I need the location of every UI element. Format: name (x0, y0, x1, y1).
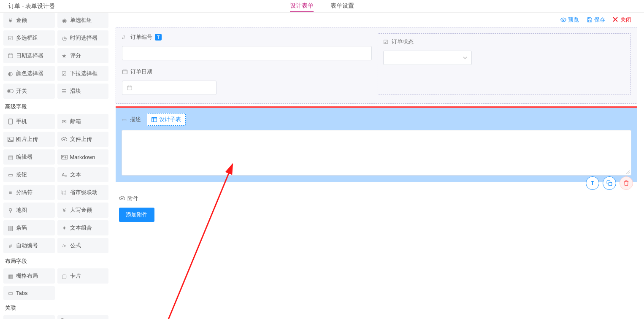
field-text[interactable]: Aₐ文本 (57, 167, 109, 182)
radio-icon: ◉ (61, 17, 68, 24)
star-icon: ★ (61, 53, 68, 59)
desc-textarea[interactable] (122, 130, 631, 176)
svg-rect-12 (609, 182, 612, 186)
svg-rect-9 (123, 70, 127, 74)
tab-form-settings[interactable]: 表单设置 (330, 0, 354, 12)
svg-point-8 (563, 19, 564, 21)
toolbar: 预览 保存 关闭 (112, 13, 644, 27)
action-delete-button[interactable] (620, 176, 633, 190)
svg-point-5 (9, 138, 10, 139)
action-t-button[interactable]: T (586, 176, 599, 190)
tabs-icon: ▭ (7, 290, 14, 296)
tab-design-form[interactable]: 设计表单 (290, 0, 314, 12)
field-image-upload[interactable]: 图片上传 (3, 132, 55, 147)
field-color-picker[interactable]: ◐颜色选择器 (3, 66, 55, 81)
field-slider[interactable]: ☰滑块 (57, 84, 109, 99)
col-right[interactable]: ☑ 订单状态 (378, 33, 631, 95)
yen-icon: ¥ (61, 207, 68, 214)
field-button[interactable]: ▭按钮 (3, 167, 55, 182)
group-relation-title: 关联 (3, 300, 108, 315)
order-no-input[interactable] (122, 46, 372, 60)
upload-icon (119, 196, 125, 202)
svg-rect-0 (8, 54, 13, 58)
barcode-icon: |||| (7, 225, 14, 231)
textgroup-icon: ✦ (61, 225, 68, 231)
field-map[interactable]: ⚲地图 (3, 203, 55, 218)
selected-field-block[interactable]: ▭ 描述 设计子表 T (116, 108, 637, 182)
order-status-select[interactable] (383, 51, 472, 65)
preview-button[interactable]: 预览 (560, 16, 579, 24)
add-attachment-button[interactable]: 添加附件 (119, 208, 154, 222)
markdown-icon (61, 154, 68, 160)
field-checkbox-group[interactable]: ☑多选框组 (3, 30, 55, 46)
svg-rect-3 (8, 119, 12, 124)
dropdown-icon: ☑ (61, 70, 68, 77)
field-select[interactable]: ☑下拉选择框 (57, 66, 109, 81)
hash-icon: # (122, 34, 128, 40)
svg-point-2 (8, 90, 11, 92)
page-title: 订单 - 表单设计器 (8, 3, 55, 10)
field-formula[interactable]: fx公式 (57, 238, 109, 253)
field-divider[interactable]: ≡分隔符 (3, 185, 55, 200)
field-link-record[interactable]: ⿻关联记录 (3, 315, 55, 319)
basic-fields: ¥金额 ◉单选框组 ☑多选框组 ◷时间选择器 日期选择器 ★评分 ◐颜色选择器 … (3, 13, 108, 99)
field-text-group[interactable]: ✦文本组合 (57, 220, 109, 235)
svg-rect-10 (127, 86, 132, 90)
app-header: 订单 - 表单设计器 设计表单 表单设置 (0, 0, 644, 13)
field-switch[interactable]: 开关 (3, 84, 55, 99)
field-time-picker[interactable]: ◷时间选择器 (57, 30, 109, 46)
field-amount-cn[interactable]: ¥大写金额 (57, 203, 109, 218)
field-actions: T (586, 176, 633, 190)
fx-icon: fx (61, 243, 68, 249)
order-date-input[interactable] (122, 81, 216, 95)
t-badge-icon: T (155, 34, 162, 41)
save-button[interactable]: 保存 (587, 16, 605, 24)
hash-icon: # (7, 243, 14, 249)
close-icon (613, 17, 619, 23)
save-icon (587, 17, 593, 23)
attachment-section: 附件 添加附件 (116, 182, 637, 222)
design-subtable-button[interactable]: 设计子表 (147, 113, 186, 126)
field-barcode[interactable]: ||||条码 (3, 220, 55, 235)
field-cascader[interactable]: ⿻省市级联动 (57, 185, 109, 200)
desc-label: ▭ 描述 (122, 116, 141, 123)
card-icon: ▢ (61, 273, 68, 279)
field-email[interactable]: ✉邮箱 (57, 114, 109, 129)
attachment-label: 附件 (119, 195, 634, 203)
mail-icon: ✉ (61, 119, 68, 125)
phone-icon (7, 119, 14, 125)
sidebar: ¥金额 ◉单选框组 ☑多选框组 ◷时间选择器 日期选择器 ★评分 ◐颜色选择器 … (0, 13, 112, 319)
field-tabs[interactable]: ▭Tabs (3, 286, 55, 300)
palette-icon: ◐ (7, 70, 14, 77)
field-radio-group[interactable]: ◉单选框组 (57, 13, 109, 28)
field-amount[interactable]: ¥金额 (3, 13, 55, 28)
canvas-wrap: 预览 保存 关闭 # 订单编号 T 订单日期 (112, 13, 644, 319)
text-icon: Aₐ (61, 172, 68, 178)
field-auto-number[interactable]: #自动编号 (3, 238, 55, 253)
calendar-icon (122, 69, 128, 75)
checkbox-icon: ☑ (383, 39, 389, 45)
field-editor[interactable]: ▤编辑器 (3, 149, 55, 165)
order-date-label: 订单日期 (122, 68, 372, 76)
order-status-label: ☑ 订单状态 (383, 38, 625, 46)
header-tabs: 设计表单 表单设置 (290, 0, 354, 12)
field-grid-layout[interactable]: ▦栅格布局 (3, 268, 55, 284)
action-copy-button[interactable] (603, 176, 616, 190)
svg-rect-4 (8, 137, 13, 142)
field-other-table-field[interactable]: T丨他表字段 (57, 315, 109, 319)
field-phone[interactable]: 手机 (3, 114, 55, 129)
close-button[interactable]: 关闭 (613, 16, 631, 24)
field-card[interactable]: ▢卡片 (57, 268, 109, 284)
checkbox-icon: ☑ (7, 35, 14, 41)
field-file-upload[interactable]: 文件上传 (57, 132, 109, 147)
field-date-picker[interactable]: 日期选择器 (3, 48, 55, 63)
editor-icon: ▤ (7, 154, 14, 160)
main: ¥金额 ◉单选框组 ☑多选框组 ◷时间选择器 日期选择器 ★评分 ◐颜色选择器 … (0, 13, 644, 319)
advanced-fields: 手机 ✉邮箱 图片上传 文件上传 ▤编辑器 Markdown ▭按钮 Aₐ文本 … (3, 114, 108, 253)
field-rate[interactable]: ★评分 (57, 48, 109, 63)
map-icon: ⚲ (7, 207, 14, 214)
col-left: # 订单编号 T 订单日期 (122, 33, 372, 95)
svg-rect-11 (152, 117, 157, 122)
form-panel[interactable]: # 订单编号 T 订单日期 ☑ (116, 27, 637, 104)
field-markdown[interactable]: Markdown (57, 149, 109, 165)
